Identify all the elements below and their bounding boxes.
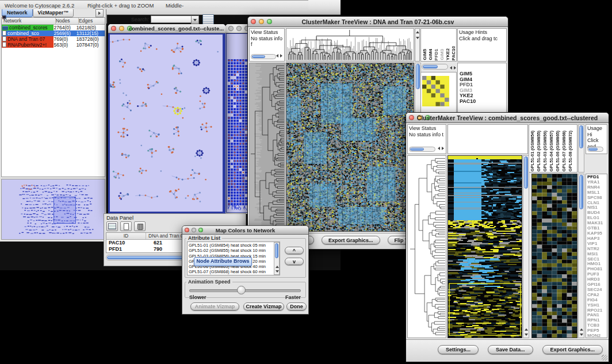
map-colors-dialog: Map Colors to Network Attribute List GPL… — [182, 225, 309, 315]
export-graphics-button[interactable]: Export Graphics... — [542, 345, 603, 354]
search-dropdown-button[interactable] — [191, 16, 199, 24]
network-overview-panel — [1, 179, 105, 240]
attribute-list-scrollbar[interactable] — [274, 242, 280, 275]
tv2-row-dendrogram — [407, 155, 446, 338]
matrix-column-label: YKE2 — [445, 48, 451, 60]
network-row[interactable]: combined_scores 2764(0) 16218(0) — [2, 25, 105, 30]
tab-vizmapper[interactable]: VizMapper™ — [33, 8, 74, 17]
status-hint-middle: Middle- — [166, 2, 183, 9]
tv2-usage-hints: Usage Hi Click and — [586, 124, 607, 154]
tv2-dendrogram-top — [447, 124, 528, 154]
animation-speed-slider-thumb[interactable] — [237, 286, 246, 294]
matrix-column-label: PAC10 — [451, 46, 457, 60]
control-panel-tabs: NetworkVizMapper™ — [2, 8, 74, 17]
status-welcome: Welcome to Cytoscape 2.6.2 — [5, 2, 74, 9]
delete-attribute-icon[interactable] — [134, 221, 146, 231]
new-attribute-icon[interactable] — [120, 221, 132, 231]
network-canvas-dense[interactable] — [227, 34, 248, 212]
move-up-button[interactable]: ^ — [285, 247, 304, 254]
tv1-column-dendrogram — [286, 28, 414, 62]
tv1-status-hscrollbar[interactable] — [251, 54, 276, 59]
desktop: Cytoscape Desktop (Session Name: collins… — [0, 0, 612, 364]
tv2-status-hscrollbar[interactable] — [409, 147, 435, 152]
tv2-row-tree-canvas[interactable] — [408, 156, 446, 338]
settings-button[interactable]: Settings... — [438, 345, 479, 354]
close-button[interactable] — [111, 26, 116, 31]
export-graphics-button[interactable]: Export Graphics... — [322, 236, 380, 244]
status-hint-zoom: Right-click + drag to ZOOM — [87, 2, 154, 9]
save-data-button[interactable]: Save Data... — [488, 345, 533, 354]
gene-label[interactable]: MON2 — [587, 334, 607, 338]
status-bar: Welcome to Cytoscape 2.6.2 Right-click +… — [0, 0, 308, 9]
tv2-collabel-scrollbar[interactable] — [578, 124, 584, 173]
tv2-titlebar[interactable]: ClusterMaker TreeView : combined_scores_… — [406, 113, 609, 123]
tv2-usage-hscrollbar[interactable] — [587, 147, 603, 152]
net1-title: combined_scores_good.txt--cluste... — [129, 25, 225, 32]
experiment-column-label: GPL51-07 (GSM868) — [561, 131, 568, 171]
dialog-titlebar[interactable]: Map Colors to Network — [182, 226, 308, 235]
treeview2-window: ClusterMaker TreeView : combined_scores_… — [406, 112, 609, 362]
tv2-gene-list: PFD1YRA1RNR4MSL1SPC98CLN1NIS1BUD4ELG1MAK… — [586, 174, 607, 338]
matrix-column-label: GIM5 — [422, 49, 428, 60]
network-table-header[interactable]: Network Nodes Edges — [2, 18, 105, 25]
minimize-button[interactable] — [236, 26, 242, 31]
gene-label[interactable]: PAC10 — [460, 99, 476, 105]
tv2-view-status: View Status No status info t — [407, 124, 446, 154]
tv1-col-scroll[interactable] — [415, 28, 420, 62]
done-button[interactable]: Done — [286, 302, 307, 311]
attribute-item[interactable]: GPL51-01 (GSM854) heat shock 05 min — [189, 243, 278, 248]
experiment-column-label: GPL51-03 (GSM856) — [542, 131, 549, 171]
resize-grip[interactable] — [602, 355, 607, 361]
toolbar-separator — [106, 14, 107, 24]
tv1-mini-hscrollbar[interactable] — [422, 64, 448, 70]
data-panel-toolbar — [106, 221, 146, 231]
attribute-item[interactable]: GPL51-07 (GSM868) heat shock 60 min — [189, 269, 278, 274]
network-canvas[interactable] — [110, 35, 223, 212]
dialog-title: Map Colors to Network — [182, 227, 308, 233]
tv1-mini-matrix-canvas[interactable] — [422, 76, 449, 106]
net1-titlebar[interactable]: combined_scores_good.txt--cluste... — [108, 24, 225, 33]
minimize-button[interactable] — [119, 26, 124, 31]
control-panel: Control Panel NetworkVizMapper™ Network … — [0, 0, 106, 242]
tv2-column-labels: GPL51-01 (GSM854)GPL51-02 (GSM855)GPL51-… — [529, 124, 577, 173]
tv1-column-tree-canvas[interactable] — [286, 29, 414, 61]
close-button[interactable] — [228, 26, 234, 31]
tv1-row-tree-canvas[interactable] — [250, 63, 285, 231]
attribute-table-icon[interactable] — [202, 14, 214, 25]
net2-titlebar[interactable] — [225, 24, 249, 33]
tv1-heatmap-canvas[interactable] — [286, 63, 414, 231]
tv2-zoom-vscrollbar[interactable] — [578, 174, 584, 338]
tv1-title: ClusterMaker TreeView : DNA and Tran 07-… — [248, 18, 508, 25]
tv2-zoom-heatmap-canvas[interactable] — [532, 174, 577, 338]
search-label: Search: — [131, 17, 149, 22]
tv1-row-dendrogram — [249, 63, 285, 232]
tv2-heatmap-canvas[interactable] — [448, 156, 522, 338]
attribute-grid-icon[interactable] — [106, 221, 118, 231]
tv2-buttons: Settings...Save Data...Export Graphics..… — [438, 345, 603, 354]
tv2-heatmap — [447, 155, 522, 338]
network-row[interactable]: RNAPuberNov2+! 563(0) 107847(0) — [2, 42, 105, 48]
tv2-heat-vscrollbar[interactable] — [523, 155, 529, 338]
faster-label: Faster — [285, 294, 301, 300]
node-attribute-browser-button[interactable]: Node Attribute Brows — [194, 257, 252, 266]
network-view-window-2 — [225, 24, 249, 214]
tv1-column-labels: GIM5GIM4PFD1GIM3YKE2PAC10 — [420, 28, 457, 62]
tv1-titlebar[interactable]: ClusterMaker TreeView : DNA and Tran 07-… — [248, 17, 508, 27]
move-down-button[interactable]: v — [285, 258, 304, 265]
data-panel-title: Data Panel — [106, 214, 133, 221]
search-input[interactable] — [151, 16, 192, 23]
network-overview-canvas[interactable] — [2, 179, 105, 239]
tv2-zoom-heatmap — [531, 174, 577, 338]
matrix-column-label: GIM4 — [428, 49, 434, 60]
network-row[interactable]: combined_sco 2569(6) 13112(15) — [2, 30, 105, 36]
animation-speed-label: Animation Speed — [186, 279, 232, 285]
animate-vizmap-button[interactable]: Animate Vizmap — [190, 302, 239, 311]
network-row[interactable]: DNA and Tran 07 769(0) 183728(0) — [2, 36, 105, 42]
network-view-window: combined_scores_good.txt--cluste... — [108, 24, 225, 214]
network-table: Network Nodes Edges combined_scores 2764… — [1, 17, 105, 177]
tv1-heatmap — [286, 63, 414, 232]
create-vizmap-button[interactable]: Create Vizmap — [243, 302, 284, 311]
attribute-item[interactable]: GPL51-02 (GSM855) heat shock 10 min — [189, 248, 278, 253]
matrix-column-label: PFD1 — [434, 49, 439, 60]
tab-overflow-button[interactable] — [95, 9, 104, 17]
